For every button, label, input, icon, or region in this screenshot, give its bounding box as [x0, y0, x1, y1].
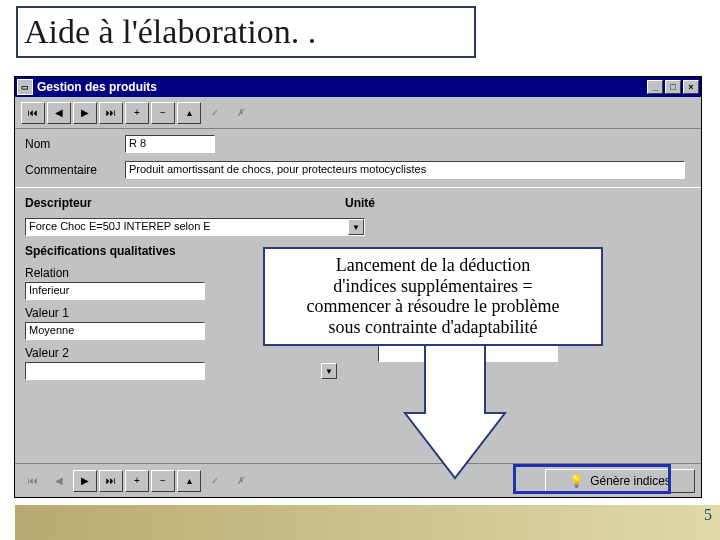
relation-label: Relation: [25, 266, 125, 280]
page-number: 5: [704, 506, 712, 524]
nav-last-button-b[interactable]: ⏭: [99, 470, 123, 492]
descripteur-label: Descripteur: [25, 196, 125, 210]
toolbar-bottom: ⏮ ◀ ▶ ⏭ + − ▴ ✓ ✗ 💡 Génère indices: [15, 463, 701, 497]
minimize-button[interactable]: _: [647, 80, 663, 94]
descripteur-input[interactable]: Force Choc E=50J INTEREP selon E: [25, 218, 365, 236]
close-button[interactable]: ×: [683, 80, 699, 94]
unite-label: Unité: [345, 196, 445, 210]
nav-first-button-b[interactable]: ⏮: [21, 470, 45, 492]
callout-line4: sous contrainte d'adaptabilité: [275, 317, 591, 338]
cancel-button[interactable]: ✗: [229, 102, 253, 124]
nav-next-button[interactable]: ▶: [73, 102, 97, 124]
cancel-button-b[interactable]: ✗: [229, 470, 253, 492]
add-button[interactable]: +: [125, 102, 149, 124]
nav-last-button[interactable]: ⏭: [99, 102, 123, 124]
valeur2-combo[interactable]: ▼: [25, 362, 338, 380]
valeur2-label: Valeur 2: [25, 346, 125, 360]
nav-prev-button[interactable]: ◀: [47, 102, 71, 124]
callout-line3: commencer à résoudre le problème: [275, 296, 591, 317]
titlebar[interactable]: ▭ Gestion des produits _ □ ×: [15, 77, 701, 97]
chevron-down-icon[interactable]: ▼: [321, 363, 337, 379]
valeur1-label: Valeur 1: [25, 306, 125, 320]
nom-input[interactable]: R 8: [125, 135, 215, 153]
relation-input[interactable]: Inferieur: [25, 282, 205, 300]
spec-qual-label: Spécifications qualitatives: [25, 244, 176, 258]
add-button-b[interactable]: +: [125, 470, 149, 492]
valeur1-input[interactable]: Moyenne: [25, 322, 205, 340]
svg-marker-0: [405, 343, 505, 478]
confirm-button-b[interactable]: ✓: [203, 470, 227, 492]
footer-stripe: [15, 505, 720, 540]
callout-line1: Lancement de la déduction: [275, 255, 591, 276]
maximize-button[interactable]: □: [665, 80, 681, 94]
remove-button[interactable]: −: [151, 102, 175, 124]
nav-first-button[interactable]: ⏮: [21, 102, 45, 124]
comment-label: Commentaire: [25, 163, 125, 177]
lightbulb-icon: 💡: [569, 474, 584, 488]
descripteur-combo[interactable]: Force Choc E=50J INTEREP selon E ▼: [25, 218, 365, 236]
nav-next-button-b[interactable]: ▶: [73, 470, 97, 492]
callout-line2: d'indices supplémentaires =: [275, 276, 591, 297]
toolbar-top: ⏮ ◀ ▶ ⏭ + − ▴ ✓ ✗: [15, 97, 701, 129]
chevron-down-icon[interactable]: ▼: [348, 219, 364, 235]
confirm-button[interactable]: ✓: [203, 102, 227, 124]
up-button-b[interactable]: ▴: [177, 470, 201, 492]
generate-label: Génère indices: [590, 474, 671, 488]
separator: [15, 187, 701, 188]
nav-prev-button-b[interactable]: ◀: [47, 470, 71, 492]
window-title: Gestion des produits: [37, 80, 157, 94]
slide-title: Aide à l'élaboration. .: [24, 13, 316, 51]
valeur2-input[interactable]: [25, 362, 205, 380]
system-menu-icon[interactable]: ▭: [17, 79, 33, 95]
nom-label: Nom: [25, 137, 125, 151]
generate-indices-button[interactable]: 💡 Génère indices: [545, 469, 695, 493]
callout-arrow-icon: [395, 343, 515, 483]
remove-button-b[interactable]: −: [151, 470, 175, 492]
slide-title-box: Aide à l'élaboration. .: [16, 6, 476, 58]
callout-box: Lancement de la déduction d'indices supp…: [263, 247, 603, 346]
slide: 5 Aide à l'élaboration. . ▭ Gestion des …: [0, 0, 720, 540]
comment-input[interactable]: Produit amortissant de chocs, pour prote…: [125, 161, 685, 179]
up-button[interactable]: ▴: [177, 102, 201, 124]
